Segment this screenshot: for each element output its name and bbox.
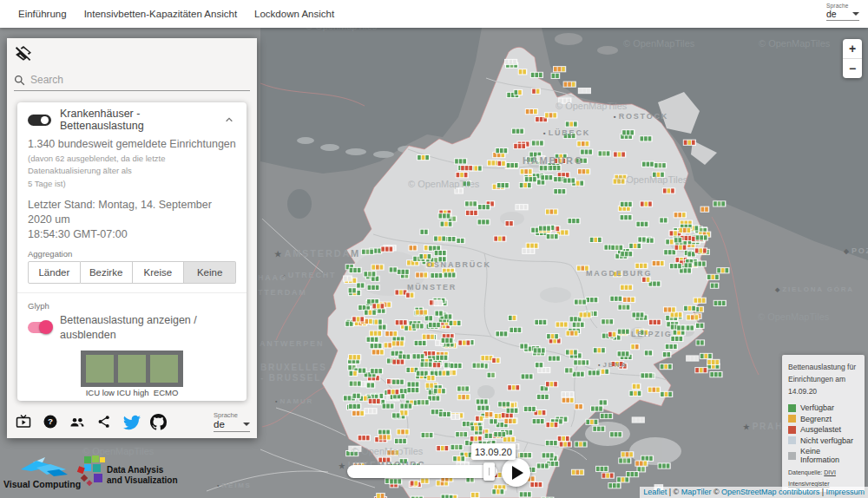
timeline-slider-track[interactable] xyxy=(347,465,497,478)
video-icon[interactable] xyxy=(16,414,31,429)
team-icon[interactable] xyxy=(69,414,85,429)
hospital-marker[interactable] xyxy=(700,206,710,213)
hospital-marker[interactable] xyxy=(545,422,558,428)
hospital-marker[interactable] xyxy=(585,419,598,425)
hospital-marker[interactable] xyxy=(563,133,576,139)
hospital-marker[interactable] xyxy=(418,253,431,259)
hospital-marker[interactable] xyxy=(529,482,542,488)
hospital-marker[interactable] xyxy=(437,213,450,219)
hospital-marker[interactable] xyxy=(364,408,377,414)
hospital-marker[interactable] xyxy=(620,214,633,220)
hospital-marker[interactable] xyxy=(613,271,622,277)
hospital-marker[interactable] xyxy=(495,331,508,337)
hospital-marker[interactable] xyxy=(628,243,641,249)
hospital-marker[interactable] xyxy=(370,368,383,374)
hospital-marker[interactable] xyxy=(352,393,362,399)
hospital-marker[interactable] xyxy=(513,143,526,149)
hospital-marker[interactable] xyxy=(452,455,465,462)
hospital-marker[interactable] xyxy=(640,330,649,336)
hospital-marker[interactable] xyxy=(370,343,383,349)
hospital-marker[interactable] xyxy=(348,287,358,293)
hospital-marker[interactable] xyxy=(635,263,648,269)
hospital-marker[interactable] xyxy=(408,245,418,251)
hospital-marker[interactable] xyxy=(576,265,589,272)
hospital-marker[interactable] xyxy=(707,359,720,365)
hospital-marker[interactable] xyxy=(434,250,447,256)
hospital-marker[interactable] xyxy=(610,245,623,251)
twitter-icon[interactable] xyxy=(123,414,139,429)
hospital-marker[interactable] xyxy=(378,434,391,440)
language-select-top[interactable]: Sprache de xyxy=(826,3,859,21)
hospital-marker[interactable] xyxy=(348,403,361,410)
hospital-marker[interactable] xyxy=(573,359,586,365)
hospital-marker[interactable] xyxy=(574,299,587,305)
hospital-marker[interactable] xyxy=(640,201,653,207)
hospital-marker[interactable] xyxy=(407,381,420,387)
hospital-marker[interactable] xyxy=(565,349,578,355)
hospital-marker[interactable] xyxy=(368,398,381,404)
hospital-marker[interactable] xyxy=(470,425,483,431)
hospital-marker[interactable] xyxy=(713,200,726,206)
hospital-marker[interactable] xyxy=(518,69,528,75)
hospital-marker[interactable] xyxy=(716,267,729,273)
hospital-marker[interactable] xyxy=(546,233,559,239)
hospital-marker[interactable] xyxy=(415,272,428,278)
hospital-marker[interactable] xyxy=(491,357,501,364)
hospital-marker[interactable] xyxy=(632,383,641,390)
hospital-marker[interactable] xyxy=(530,72,543,78)
hospital-marker[interactable] xyxy=(364,310,377,316)
help-icon[interactable]: ? xyxy=(43,414,58,429)
hospital-marker[interactable] xyxy=(670,336,683,342)
hospital-marker[interactable] xyxy=(577,168,590,174)
hospital-marker[interactable] xyxy=(644,350,654,356)
hospital-marker[interactable] xyxy=(553,188,566,194)
hospital-marker[interactable] xyxy=(611,361,624,367)
hospital-marker[interactable] xyxy=(564,367,574,373)
nav-tab-intensivbetten-kapazitäten-ansicht[interactable]: Intensivbetten-Kapazitäten Ansicht xyxy=(84,9,237,19)
hospital-marker[interactable] xyxy=(548,356,561,362)
hospital-marker[interactable] xyxy=(640,135,653,141)
hospital-marker[interactable] xyxy=(683,305,696,311)
visual-computing-label[interactable]: Visual Computing xyxy=(3,479,81,489)
hospital-marker[interactable] xyxy=(665,239,674,245)
hospital-marker[interactable] xyxy=(617,351,630,357)
attribution-link-openstreetmap-contributors[interactable]: OpenStreetMap contributors xyxy=(721,488,819,496)
hospital-marker[interactable] xyxy=(557,436,570,442)
divi-link[interactable]: DIVI xyxy=(824,469,836,475)
hospital-marker[interactable] xyxy=(621,129,635,135)
hospital-marker[interactable] xyxy=(575,441,588,447)
hospital-marker[interactable] xyxy=(507,384,520,390)
hospital-marker[interactable] xyxy=(523,406,536,412)
hospital-marker[interactable] xyxy=(620,201,633,207)
hospital-marker[interactable] xyxy=(456,238,465,244)
hospital-marker[interactable] xyxy=(709,371,722,377)
hospital-marker[interactable] xyxy=(635,461,648,467)
hospital-marker[interactable] xyxy=(421,432,434,438)
hospital-marker[interactable] xyxy=(660,364,673,370)
hospital-marker[interactable] xyxy=(662,351,672,357)
hospital-marker[interactable] xyxy=(532,418,545,424)
hospital-marker[interactable] xyxy=(540,174,553,180)
hospital-marker[interactable] xyxy=(562,177,575,183)
hospital-marker[interactable] xyxy=(438,411,451,417)
aggregation-button-bezirke[interactable]: Bezirke xyxy=(81,261,133,284)
hospital-marker[interactable] xyxy=(520,168,533,174)
aggregation-button-keine[interactable]: Keine xyxy=(184,261,236,284)
language-select-panel[interactable]: Sprache de xyxy=(214,411,250,432)
hospital-marker[interactable] xyxy=(652,260,665,266)
hospital-marker[interactable] xyxy=(426,375,436,381)
hospital-marker[interactable] xyxy=(444,272,457,278)
hospital-marker[interactable] xyxy=(352,316,365,322)
hospital-marker[interactable] xyxy=(710,283,720,289)
hospital-marker[interactable] xyxy=(519,343,529,349)
hospital-marker[interactable] xyxy=(674,212,687,218)
hospital-marker[interactable] xyxy=(419,229,429,235)
hospital-marker[interactable] xyxy=(356,282,365,288)
hospital-marker[interactable] xyxy=(662,187,675,193)
hospital-marker[interactable] xyxy=(420,478,430,484)
hospital-marker[interactable] xyxy=(609,296,622,302)
hospital-marker[interactable] xyxy=(626,471,639,477)
hospital-marker[interactable] xyxy=(669,263,682,269)
hospital-marker[interactable] xyxy=(395,319,408,325)
hospital-marker[interactable] xyxy=(385,331,398,337)
